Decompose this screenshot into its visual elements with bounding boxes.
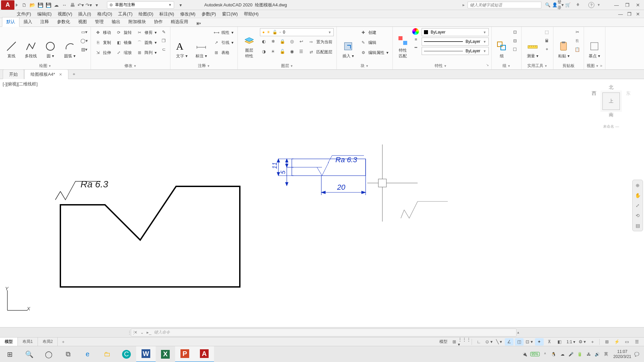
menu-format[interactable]: 格式(O) (97, 11, 112, 17)
snap-icon[interactable]: ⋮⋮⋮ ▾ (460, 338, 469, 346)
group-button[interactable]: 组 (494, 28, 509, 59)
app-c-icon[interactable]: C (117, 346, 136, 362)
battery-indicator[interactable]: 95% (530, 352, 540, 356)
menu-tools[interactable]: 工具(T) (118, 11, 132, 17)
isodraft-icon[interactable]: ╲ ▾ (495, 338, 503, 346)
otrack-icon[interactable]: ◫ (515, 338, 524, 346)
qat-more-icon[interactable]: ▾ (93, 1, 100, 9)
polar-icon[interactable]: ⊙ ▾ (485, 338, 493, 346)
mic-icon[interactable]: 🎤 (568, 351, 575, 358)
layout-2[interactable]: 布局2 (38, 338, 58, 346)
start-button[interactable]: ⊞ (0, 346, 19, 362)
color-dropdown[interactable]: ByLayer▼ (422, 28, 489, 36)
group-sel-icon[interactable]: ☐ (511, 46, 519, 53)
layer-on-icon[interactable]: ◑ (260, 48, 267, 55)
rotate-button[interactable]: ⟳旋转 (114, 28, 133, 37)
layer-props-button[interactable]: 图层 特性 (240, 28, 258, 59)
layer-uniso-icon[interactable]: ◉ (288, 48, 296, 55)
hatch-icon[interactable]: ▨▾ (80, 46, 88, 53)
chevron-down-icon[interactable]: ▼ (597, 3, 600, 7)
block-attr-button[interactable]: ⚙编辑属性 ▾ (359, 48, 390, 57)
annoscale-icon[interactable]: ⚙ ▾ (578, 338, 587, 346)
panel-group-title[interactable]: 组▼ (494, 62, 519, 69)
ribtab-launcher-icon[interactable]: ▣▾ (194, 20, 203, 26)
color-wheel-icon[interactable] (412, 28, 419, 35)
fillet-button[interactable]: ⌒圆角 ▾ (135, 38, 158, 47)
hardware-accel-icon[interactable]: ⚡ (612, 338, 621, 346)
restore-button[interactable]: ❐ (623, 2, 631, 8)
search-icon[interactable]: 🔍 (544, 1, 551, 9)
paste-spec-icon[interactable]: 📋 (574, 46, 581, 53)
qat-save-icon[interactable]: 💾 (37, 1, 44, 9)
qat-print-icon[interactable]: 🖶 (69, 1, 76, 9)
menu-window[interactable]: 窗口(W) (222, 11, 238, 17)
dynucs-icon[interactable]: ⊡ ▾ (525, 338, 534, 346)
stretch-button[interactable]: ⇲拉伸 (94, 48, 112, 57)
ellipse-icon[interactable]: ◯▾ (80, 37, 88, 44)
panel-annot-title[interactable]: 注释▼ (173, 62, 235, 69)
search-button[interactable]: 🔍 (19, 346, 39, 362)
status-model-label[interactable]: 模型 (438, 339, 449, 345)
rectangle-icon[interactable]: ▭▾ (80, 28, 88, 36)
panel-layers-title[interactable]: 图层▼ (240, 62, 334, 69)
workspace-dropdown[interactable]: ⚙ 草图与注释 ▼ (107, 1, 174, 9)
text-button[interactable]: A 文字 ▾ (173, 28, 191, 59)
ribtab-annotate[interactable]: 注释 (36, 17, 53, 26)
menu-param[interactable]: 参数(P) (202, 11, 216, 17)
grid-icon[interactable]: ⊞ (450, 338, 459, 346)
layout-1[interactable]: 布局1 (18, 338, 38, 346)
app-store-icon[interactable]: 🛒 (564, 1, 572, 9)
word-icon[interactable]: W (136, 346, 156, 362)
match-props-button[interactable]: 特性 匹配 (395, 28, 410, 59)
command-input[interactable]: ✕ ⌄ ▸_ 键入命令 (131, 328, 517, 337)
menu-insert[interactable]: 插入(I) (78, 11, 91, 17)
ribtab-parametric[interactable]: 参数化 (53, 17, 74, 26)
notifications-icon[interactable]: 💬 (633, 351, 640, 358)
layer-walk-icon[interactable]: ☰ (298, 48, 305, 55)
move-button[interactable]: ✥移动 (94, 28, 112, 37)
panel-modify-title[interactable]: 修改▼ (94, 62, 167, 69)
select-all-icon[interactable]: ⬚ (543, 28, 550, 36)
explode-icon[interactable]: ❐ (160, 37, 167, 44)
clean-screen-icon[interactable]: ▭ (623, 338, 631, 346)
panel-draw-title[interactable]: 绘图▼ (3, 62, 88, 69)
quick-props-icon[interactable]: ⊞ (602, 338, 611, 346)
line-button[interactable]: 直线 (3, 28, 20, 59)
close-tab-icon[interactable]: ✕ (59, 72, 62, 76)
lwt-icon[interactable]: ⊼ (545, 338, 554, 346)
layout-model[interactable]: 模型 (0, 338, 18, 346)
dimension-button[interactable]: 标注 ▾ (193, 28, 210, 59)
block-edit-button[interactable]: ✎编辑 (359, 38, 390, 47)
polyline-button[interactable]: 多段线 (22, 28, 40, 59)
layer-lock-icon[interactable]: 🔒 (279, 38, 286, 45)
zoom-extents-icon[interactable]: ⤢ (634, 202, 641, 209)
layer-prev-icon[interactable]: ↩ (298, 38, 305, 45)
layer-unlock-icon[interactable]: 🔓 (279, 48, 286, 55)
power-icon[interactable]: 🔌 (522, 351, 528, 358)
lineweight-icon[interactable]: ━ (412, 44, 420, 51)
match-layer-button[interactable]: ⇄匹配图层 (307, 48, 334, 56)
base-view-button[interactable]: 基点 ▾ (587, 28, 602, 59)
ortho-icon[interactable]: ∟ (475, 338, 483, 346)
powerpoint-icon[interactable]: P (175, 346, 195, 362)
customize-status-icon[interactable]: ☰ (633, 338, 641, 346)
signin-button[interactable]: 👤 登录 ▾ (554, 1, 561, 9)
layer-thaw-icon[interactable]: ☀ (269, 48, 277, 55)
menu-modify[interactable]: 修改(M) (180, 11, 196, 17)
qat-saveall-icon[interactable]: 💾 (45, 1, 52, 9)
menu-dim[interactable]: 标注(N) (159, 11, 174, 17)
linear-dim-button[interactable]: ⟷线性 ▾ (212, 28, 235, 37)
recent-cmds-icon[interactable]: ⌄ (140, 330, 144, 335)
id-point-icon[interactable]: ⌖ (543, 46, 550, 53)
taskview-icon[interactable]: ⧉ (58, 346, 78, 362)
qat-plot-icon[interactable]: ↔ (61, 1, 68, 9)
erase-icon[interactable]: ✎ (160, 28, 167, 36)
qat-redo-icon[interactable]: ↷▾ (85, 1, 92, 9)
set-current-button[interactable]: ⇨置为当前 (307, 38, 334, 46)
copy-clip-icon[interactable]: ⎘ (574, 37, 581, 44)
linetype-icon[interactable]: ≡ (412, 36, 420, 43)
layer-freeze-icon[interactable]: ❄ (269, 38, 277, 45)
ribtab-featured[interactable]: 精选应用 (167, 17, 192, 26)
workspace-switch-icon[interactable]: ＋ (588, 338, 597, 346)
block-insert-button[interactable]: 插入 ▾ (339, 28, 357, 59)
